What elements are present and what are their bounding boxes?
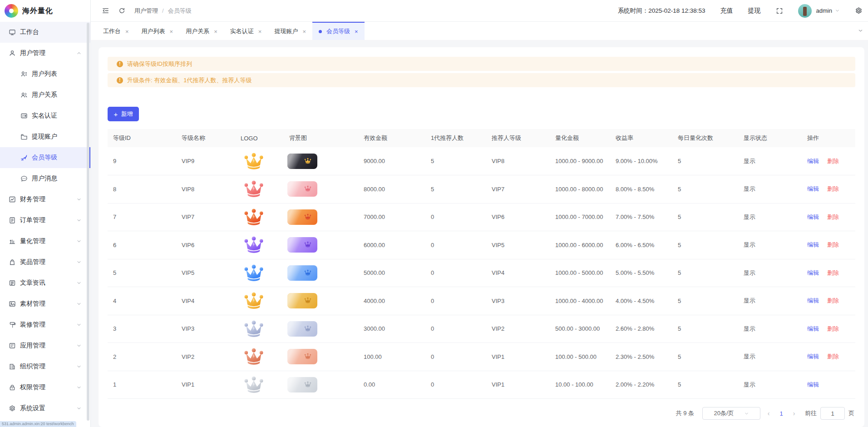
page-size-select[interactable]: 20条/页 bbox=[702, 407, 760, 420]
sidebar-item-child[interactable]: 用户消息 bbox=[0, 168, 90, 189]
edit-link[interactable]: 编辑 bbox=[807, 185, 819, 192]
edit-link[interactable]: 编辑 bbox=[807, 353, 819, 360]
cell-ref-count: 0 bbox=[425, 231, 486, 259]
breadcrumb-item[interactable]: 用户管理 bbox=[134, 7, 158, 15]
collapse-menu-icon[interactable] bbox=[102, 7, 109, 15]
alert-text: 升级条件: 有效金额、1代推荐人数、推荐人等级 bbox=[127, 76, 252, 84]
close-icon[interactable]: × bbox=[355, 29, 358, 35]
delete-link[interactable]: 删除 bbox=[827, 269, 839, 276]
sidebar-item[interactable]: 订单管理 bbox=[0, 210, 90, 231]
active-dot bbox=[319, 30, 322, 33]
fullscreen-icon[interactable] bbox=[776, 7, 783, 15]
tab-label: 用户列表 bbox=[142, 27, 165, 35]
next-page-button[interactable]: › bbox=[788, 410, 800, 417]
sidebar-item[interactable]: 组织管理 bbox=[0, 356, 90, 377]
sidebar-item[interactable]: 素材管理 bbox=[0, 293, 90, 314]
cell-valid-amount: 0.00 bbox=[358, 371, 425, 399]
sidebar-item[interactable]: 奖品管理 bbox=[0, 252, 90, 273]
background-image bbox=[287, 209, 317, 225]
delete-link[interactable]: 删除 bbox=[827, 353, 839, 360]
sidebar-item[interactable]: 财务管理 bbox=[0, 189, 90, 210]
sidebar-scrollbar[interactable] bbox=[87, 23, 89, 421]
recharge-button[interactable]: 充值 bbox=[720, 7, 733, 15]
close-icon[interactable]: × bbox=[258, 29, 262, 35]
cell-actions: 编辑删除 bbox=[802, 203, 855, 231]
cell-ref-level: VIP6 bbox=[486, 203, 550, 231]
cell-rate: 2.00% - 2.20% bbox=[610, 371, 672, 399]
prev-page-button[interactable]: ‹ bbox=[762, 410, 775, 417]
edit-link[interactable]: 编辑 bbox=[807, 241, 819, 248]
tab-bar: 工作台×用户列表×用户关系×实名认证×提现账户×会员等级× bbox=[91, 22, 868, 40]
table-row: 8VIP88000.005VIP71000.00 - 8000.008.00% … bbox=[108, 175, 855, 204]
tab-用户关系[interactable]: 用户关系× bbox=[179, 22, 224, 40]
column-header: 推荐人等级 bbox=[486, 129, 550, 147]
cell-status: 显示 bbox=[738, 343, 802, 371]
tab-label: 提现账户 bbox=[274, 27, 298, 35]
table-row: 6VIP66000.000VIP51000.00 - 6000.006.00% … bbox=[108, 231, 855, 259]
cell-quant-amount: 1000.00 - 4000.00 bbox=[550, 287, 610, 315]
delete-link[interactable]: 删除 bbox=[827, 214, 839, 220]
tab-提现账户[interactable]: 提现账户× bbox=[268, 22, 312, 40]
sidebar-item[interactable]: 工作台 bbox=[0, 22, 90, 43]
edit-link[interactable]: 编辑 bbox=[807, 269, 819, 276]
cell-valid-amount: 8000.00 bbox=[358, 175, 425, 204]
tab-label: 会员等级 bbox=[326, 27, 350, 35]
cell-level-name: VIP8 bbox=[176, 175, 235, 204]
edit-link[interactable]: 编辑 bbox=[807, 381, 819, 388]
sidebar-item-label: 文章资讯 bbox=[20, 279, 45, 287]
cell-actions: 编辑 bbox=[802, 371, 855, 399]
table-row: 3VIP33000.000VIP2500.00 - 3000.002.60% -… bbox=[108, 315, 855, 343]
tab-工作台[interactable]: 工作台× bbox=[97, 22, 135, 40]
add-button[interactable]: + 新增 bbox=[108, 107, 139, 121]
background-image bbox=[287, 181, 317, 197]
close-icon[interactable]: × bbox=[125, 29, 129, 35]
withdraw-button[interactable]: 提现 bbox=[748, 7, 761, 15]
edit-link[interactable]: 编辑 bbox=[807, 297, 819, 304]
crown-logo-icon bbox=[243, 320, 284, 338]
sidebar-item-label: 提现账户 bbox=[32, 133, 57, 141]
refresh-icon[interactable] bbox=[118, 7, 125, 14]
settings-gear-icon[interactable] bbox=[855, 7, 863, 15]
sidebar-item[interactable]: 应用管理 bbox=[0, 335, 90, 356]
user-menu[interactable]: admin bbox=[798, 4, 840, 18]
edit-link[interactable]: 编辑 bbox=[807, 325, 819, 332]
sidebar-item[interactable]: 系统设置 bbox=[0, 398, 90, 419]
tab-会员等级[interactable]: 会员等级× bbox=[312, 22, 365, 40]
delete-link[interactable]: 删除 bbox=[827, 241, 839, 248]
tab-实名认证[interactable]: 实名认证× bbox=[224, 22, 268, 40]
close-icon[interactable]: × bbox=[302, 29, 306, 35]
goto-page-input[interactable]: 1 bbox=[820, 407, 845, 420]
alert-banner: ! 升级条件: 有效金额、1代推荐人数、推荐人等级 bbox=[108, 73, 855, 87]
edit-link[interactable]: 编辑 bbox=[807, 214, 819, 220]
tab-用户列表[interactable]: 用户列表× bbox=[135, 22, 180, 40]
delete-link[interactable]: 删除 bbox=[827, 325, 839, 332]
sidebar-item[interactable]: 文章资讯 bbox=[0, 273, 90, 293]
sidebar-item-child[interactable]: 提现账户 bbox=[0, 126, 90, 147]
sidebar-item-active[interactable]: 会员等级 bbox=[0, 147, 90, 168]
close-icon[interactable]: × bbox=[170, 29, 173, 35]
cell-daily-times: 5 bbox=[672, 203, 738, 231]
table-header-row: 等级ID等级名称LOGO背景图有效金额1代推荐人数推荐人等级量化金额收益率每日量… bbox=[108, 129, 855, 147]
delete-link[interactable]: 删除 bbox=[827, 158, 839, 164]
sidebar-item[interactable]: 装修管理 bbox=[0, 314, 90, 335]
user-icon bbox=[9, 50, 16, 57]
current-page[interactable]: 1 bbox=[775, 410, 788, 417]
cell-status: 显示 bbox=[738, 287, 802, 315]
sidebar-item-child[interactable]: 用户列表 bbox=[0, 64, 90, 84]
sidebar-item[interactable]: 权限管理 bbox=[0, 377, 90, 398]
sidebar-item[interactable]: 用户管理 bbox=[0, 43, 90, 64]
media-icon bbox=[9, 300, 16, 308]
cell-rate: 9.00% - 10.00% bbox=[610, 147, 672, 175]
avatar[interactable] bbox=[798, 4, 812, 18]
message-icon bbox=[20, 175, 28, 182]
users-icon bbox=[20, 91, 28, 99]
tab-options-chevron-icon[interactable] bbox=[858, 28, 863, 34]
sidebar-item[interactable]: 量化管理 bbox=[0, 231, 90, 252]
delete-link[interactable]: 删除 bbox=[827, 297, 839, 304]
cell-daily-times: 5 bbox=[672, 287, 738, 315]
edit-link[interactable]: 编辑 bbox=[807, 158, 819, 164]
sidebar-item-child[interactable]: 实名认证 bbox=[0, 105, 90, 126]
close-icon[interactable]: × bbox=[214, 29, 217, 35]
sidebar-item-child[interactable]: 用户关系 bbox=[0, 84, 90, 105]
delete-link[interactable]: 删除 bbox=[827, 185, 839, 192]
